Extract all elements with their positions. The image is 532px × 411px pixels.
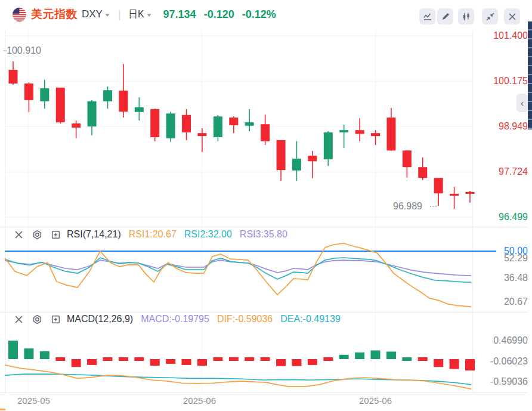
rsi-tick: 20.67 [504,296,528,307]
expand-plus-icon [51,314,61,325]
collapsed-panel-strip[interactable] [528,21,532,129]
candlestick-button[interactable] [458,8,474,24]
macd-title: MACD(12,26,9) [67,314,133,325]
chart-canvas[interactable] [0,0,532,411]
expand-panel-button[interactable]: ‹ [516,94,528,112]
macd-expand-button[interactable] [50,314,61,325]
close-icon [508,12,517,21]
price-tick: 100.175 [493,76,528,86]
macd-panel-header: MACD(12,26,9) MACD:-0.19795 DIF:-0.59036… [13,314,341,325]
chevron-down-icon [147,14,151,17]
x-axis-label: 2025-05 [17,395,50,406]
rsi2-value: RSI2:32.00 [184,229,232,240]
symbol-dropdown[interactable]: DXY [82,8,110,20]
rsi-close-button[interactable] [13,229,24,240]
price-tick: 96.499 [499,212,528,223]
collapse-icon [485,12,495,21]
price-change-pct: -0.12% [242,8,276,21]
macd-value: MACD:-0.19795 [141,314,209,325]
price-change: -0.120 [204,8,234,21]
line-chart-button[interactable] [419,8,435,24]
period-dropdown[interactable]: 日K [128,8,151,21]
gear-icon [32,230,42,240]
loading-tick [0,409,5,410]
close-chart-button[interactable] [504,8,520,24]
rsi1-value: RSI1:20.67 [129,229,177,240]
line-chart-icon [423,12,432,21]
trading-chart-app: 美元指数 DXY | 日K 97.134 -0.120 -0.12% [0,0,532,411]
close-icon [14,314,24,325]
expand-plus-icon [51,230,61,240]
rsi3-value: RSI3:35.80 [240,229,287,240]
macd-tick: -0.59036 [490,376,528,387]
macd-settings-button[interactable] [32,314,42,325]
dea-value: DEA:-0.49139 [280,314,341,325]
price-tick: 97.724 [499,166,528,177]
rsi-panel-header: RSI(7,14,21) RSI1:20.67 RSI2:32.00 RSI3:… [13,229,287,240]
collapse-button[interactable] [482,8,498,24]
x-axis-label: 2025-06 [359,395,392,406]
price-tick: 101.400 [493,30,528,41]
draw-button[interactable] [437,8,453,24]
macd-tick: -0.06023 [490,356,528,367]
rsi-title: RSI(7,14,21) [67,229,121,240]
high-annotation: 100.910 [7,45,41,56]
chevron-down-icon [105,14,110,17]
close-icon [14,230,24,240]
instrument-name: 美元指数 [31,7,78,22]
us-flag-icon [13,8,26,21]
draw-icon [441,12,450,21]
divider: | [118,8,121,21]
low-annotation: 96.989 [393,201,422,212]
macd-close-button[interactable] [13,314,24,325]
price-tick: 98.949 [499,121,528,132]
rsi-expand-button[interactable] [50,229,61,240]
period-label: 日K [128,8,144,21]
chart-header: 美元指数 DXY | 日K 97.134 -0.120 -0.12% [13,7,276,22]
last-price: 97.134 [163,8,196,21]
rsi-tick: 36.48 [504,273,528,283]
symbol-label: DXY [82,8,103,20]
x-axis-label: 2025-06 [183,395,216,406]
rsi-hline-label: 50.00 [504,246,528,257]
macd-tick: 0.46990 [493,335,528,346]
rsi-settings-button[interactable] [32,229,42,240]
gear-icon [32,314,42,325]
dif-value: DIF:-0.59036 [217,314,273,325]
candlestick-icon [462,12,471,21]
